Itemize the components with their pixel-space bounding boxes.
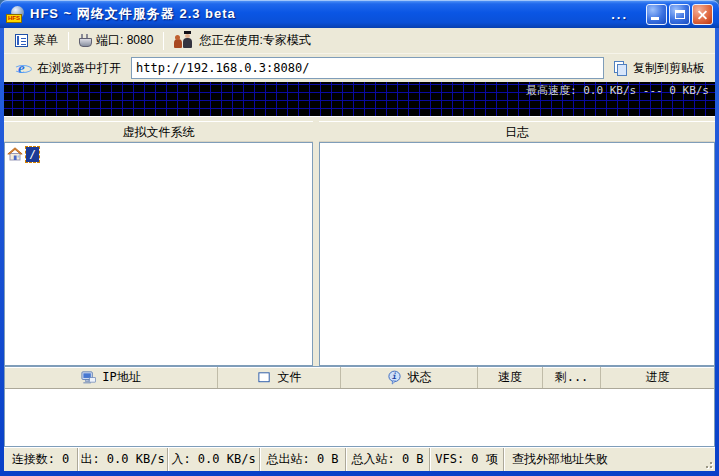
toolbar-separator (68, 32, 69, 50)
status-bar: 连接数: 0 出: 0.0 KB/s 入: 0.0 KB/s 总出站: 0 B … (4, 447, 715, 471)
address-toolbar: 在浏览器中打开 复制到剪贴板 (4, 54, 715, 82)
title-bar[interactable]: HFS HFS ~ 网络文件服务器 2.3 beta ... (0, 0, 719, 28)
connections-header-row: IP地址 文件 i 状态 速度 (5, 367, 714, 389)
hfs-logo-badge: HFS (6, 14, 22, 23)
column-header-progress[interactable]: 进度 (601, 367, 714, 388)
url-input[interactable] (131, 57, 604, 79)
column-header-remaining[interactable]: 剩... (543, 367, 601, 388)
connections-list: IP地址 文件 i 状态 速度 (4, 366, 715, 447)
status-vfs-count: VFS: 0 项 (430, 448, 504, 471)
window-content: 菜单 端口: 8080 您正在使用:专家模式 在浏览器中打开 (4, 28, 715, 471)
column-header-file[interactable]: 文件 (218, 367, 341, 388)
expert-mode-icon (174, 33, 193, 48)
status-total-in: 总入站: 0 B (346, 448, 430, 471)
port-label: 端口: 8080 (96, 32, 153, 49)
browser-ie-icon (15, 60, 31, 76)
mode-label: 您正在使用:专家模式 (199, 32, 310, 49)
menu-button[interactable]: 菜单 (8, 30, 65, 51)
copy-to-clipboard-label: 复制到剪贴板 (633, 60, 705, 77)
column-label-file: 文件 (278, 369, 302, 386)
connections-body (5, 389, 714, 446)
mode-button[interactable]: 您正在使用:专家模式 (167, 30, 317, 51)
status-total-out: 总出站: 0 B (260, 448, 346, 471)
vfs-root-item[interactable]: / (7, 146, 39, 162)
status-out-speed: 出: 0.0 KB/s (78, 448, 168, 471)
log-panel-header: 日志 (319, 121, 715, 142)
port-plug-icon (79, 34, 90, 47)
title-dots: ... (611, 7, 628, 22)
vfs-panel: 虚拟文件系统 / (4, 121, 313, 366)
column-label-status: 状态 (408, 369, 432, 386)
menu-icon (15, 34, 28, 47)
column-label-progress: 进度 (646, 369, 670, 386)
column-label-ip: IP地址 (102, 369, 140, 386)
close-button[interactable] (692, 4, 713, 25)
column-label-remaining: 剩... (555, 369, 589, 386)
port-button[interactable]: 端口: 8080 (72, 30, 160, 51)
computer-icon (81, 370, 96, 385)
window-title: HFS ~ 网络文件服务器 2.3 beta (30, 5, 236, 23)
column-header-speed[interactable]: 速度 (478, 367, 543, 388)
open-in-browser-label: 在浏览器中打开 (37, 60, 121, 77)
vfs-tree: / (4, 142, 313, 366)
log-output (319, 142, 715, 366)
status-connections: 连接数: 0 (4, 448, 78, 471)
copy-to-clipboard-button[interactable]: 复制到剪贴板 (607, 58, 712, 79)
menu-label: 菜单 (34, 32, 58, 49)
maximize-button[interactable] (669, 4, 690, 25)
log-panel: 日志 (319, 121, 715, 366)
hfs-logo-icon[interactable]: HFS (6, 6, 25, 23)
info-icon: i (387, 370, 402, 385)
vfs-root-node: / (26, 147, 39, 162)
main-toolbar: 菜单 端口: 8080 您正在使用:专家模式 (4, 28, 715, 54)
resize-grip[interactable] (710, 466, 712, 468)
speed-graph: 最高速度: 0.0 KB/s --- 0 KB/s (4, 82, 715, 116)
file-icon (257, 370, 272, 385)
minimize-icon (651, 17, 659, 20)
svg-text:i: i (392, 372, 397, 381)
status-in-speed: 入: 0.0 KB/s (168, 448, 260, 471)
toolbar-separator (163, 32, 164, 50)
maximize-icon (675, 10, 685, 19)
home-icon (7, 146, 23, 162)
vfs-panel-header: 虚拟文件系统 (4, 121, 313, 142)
expert-figure-icon (183, 38, 192, 48)
open-in-browser-button[interactable]: 在浏览器中打开 (8, 58, 128, 79)
column-label-speed: 速度 (498, 369, 522, 386)
column-header-ip[interactable]: IP地址 (5, 367, 218, 388)
panel-area: 虚拟文件系统 / (4, 121, 715, 366)
column-header-status[interactable]: i 状态 (341, 367, 478, 388)
minimize-button[interactable] (646, 4, 667, 25)
hfs-window: HFS HFS ~ 网络文件服务器 2.3 beta ... 菜单 端口: 80… (0, 0, 719, 476)
max-speed-label: 最高速度: 0.0 KB/s --- 0 KB/s (526, 83, 709, 98)
status-external-address: 查找外部地址失败 (504, 448, 715, 471)
person-figure-icon (174, 39, 182, 48)
copy-icon (614, 61, 627, 75)
